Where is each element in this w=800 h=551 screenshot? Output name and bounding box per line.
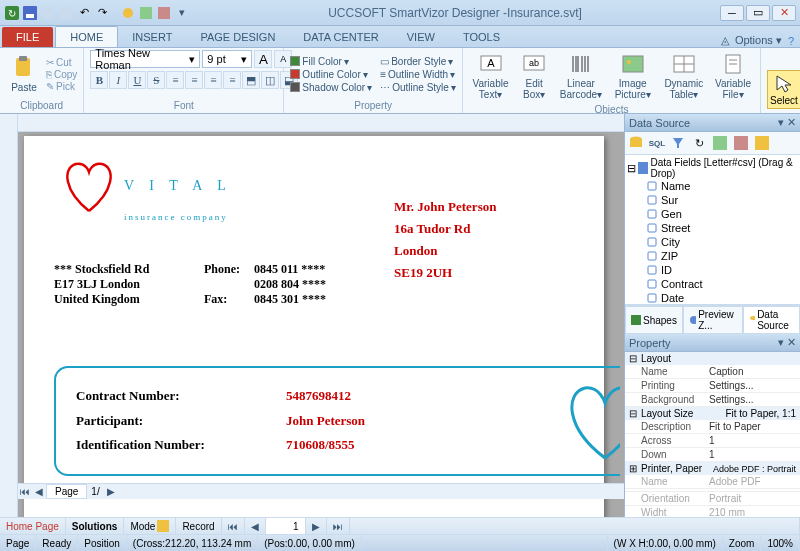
tree-item[interactable]: Date — [627, 291, 798, 305]
tree-item[interactable]: ZIP — [627, 249, 798, 263]
linear-barcode-button[interactable]: Linear Barcode▾ — [556, 50, 606, 102]
border-style-button[interactable]: ▭ Border Style ▾ — [380, 56, 456, 67]
filter-icon[interactable] — [669, 134, 687, 152]
tab-view[interactable]: VIEW — [393, 27, 449, 47]
edit-box-button[interactable]: abEdit Box▾ — [516, 50, 552, 102]
sql-icon[interactable]: SQL — [648, 134, 666, 152]
prev-page-button[interactable]: ◀ — [32, 486, 46, 497]
status-zoom-value[interactable]: 100% — [761, 535, 800, 551]
outline-color-button[interactable]: Outline Color ▾ — [290, 69, 372, 80]
tree-item[interactable]: Gen — [627, 207, 798, 221]
property-row[interactable]: Widht210 mm — [625, 506, 800, 517]
close-button[interactable]: ✕ — [772, 5, 796, 21]
qat-icon[interactable] — [138, 5, 154, 21]
property-grid[interactable]: ⊟ Layout NameCaptionPrintingSettings...B… — [625, 352, 800, 517]
tree-root[interactable]: ⊟ Data Fields [Letter#csv] (Drag & Drop) — [627, 157, 798, 179]
maximize-button[interactable]: ▭ — [746, 5, 770, 21]
italic-button[interactable]: I — [109, 71, 127, 89]
grow-font-button[interactable]: A — [254, 50, 272, 68]
outline-style-button[interactable]: ⋯ Outline Style ▾ — [380, 82, 456, 93]
pick-button[interactable]: ✎ Pick — [46, 81, 77, 92]
dynamic-table-button[interactable]: Dynamic Table▾ — [660, 50, 708, 102]
qat-icon[interactable] — [40, 5, 56, 21]
variable-file-button[interactable]: Variable File▾ — [712, 50, 754, 102]
status-solutions[interactable]: Solutions — [66, 518, 125, 534]
font-size-combo[interactable]: 9 pt▾ — [202, 50, 252, 68]
tree-item[interactable]: Contract — [627, 277, 798, 291]
tab-page-design[interactable]: PAGE DESIGN — [186, 27, 289, 47]
fill-color-button[interactable]: Fill Color ▾ — [290, 56, 372, 67]
tool-icon[interactable] — [711, 134, 729, 152]
panel-menu-icon[interactable]: ▾ ✕ — [778, 116, 796, 129]
record-prev-button[interactable]: ◀ — [245, 518, 266, 534]
qat-icon[interactable] — [156, 5, 172, 21]
panel-menu-icon[interactable]: ▾ ✕ — [778, 336, 796, 349]
prop-category[interactable]: ⊟ Layout — [625, 352, 800, 365]
first-page-button[interactable]: ⏮ — [18, 486, 32, 497]
underline-button[interactable]: U — [128, 71, 146, 89]
tool-icon[interactable] — [732, 134, 750, 152]
variable-text-button[interactable]: AVariable Text▾ — [469, 50, 512, 102]
tab-insert[interactable]: INSERT — [118, 27, 186, 47]
property-row[interactable]: BackgroundSettings... — [625, 393, 800, 407]
record-first-button[interactable]: ⏮ — [222, 518, 245, 534]
tab-datasource[interactable]: Data Source — [743, 306, 801, 334]
prop-category[interactable]: ⊟ Layout SizeFit to Paper, 1:1 — [625, 407, 800, 420]
bold-button[interactable]: B — [90, 71, 108, 89]
tab-data-center[interactable]: DATA CENTER — [289, 27, 392, 47]
tree-item[interactable]: ID — [627, 263, 798, 277]
redo-icon[interactable]: ↷ — [94, 5, 110, 21]
property-row[interactable]: OrientationPortrait — [625, 492, 800, 506]
property-row[interactable]: Down1 — [625, 448, 800, 462]
valign-mid-button[interactable]: ◫ — [261, 71, 279, 89]
paste-button[interactable]: Paste — [6, 54, 42, 95]
strike-button[interactable]: S — [147, 71, 165, 89]
tab-preview[interactable]: Preview Z... — [683, 306, 743, 334]
copy-button[interactable]: ⎘ Copy — [46, 69, 77, 80]
qat-icon[interactable] — [120, 5, 136, 21]
record-number[interactable]: 1 — [266, 518, 306, 534]
record-next-button[interactable]: ▶ — [306, 518, 327, 534]
save-icon[interactable] — [22, 5, 38, 21]
align-left-button[interactable]: ≡ — [166, 71, 184, 89]
property-row[interactable]: NameAdobe PDF — [625, 475, 800, 489]
document-page[interactable]: V I T A L insurance company Mr. John Pet… — [24, 136, 604, 517]
tree-item[interactable]: Name — [627, 179, 798, 193]
image-picture-button[interactable]: Image Picture▾ — [610, 50, 656, 102]
minimize-button[interactable]: ─ — [720, 5, 744, 21]
align-center-button[interactable]: ≡ — [185, 71, 203, 89]
tab-shapes[interactable]: Shapes — [625, 306, 683, 334]
tree-item[interactable]: City — [627, 235, 798, 249]
canvas[interactable]: V I T A L insurance company Mr. John Pet… — [18, 114, 624, 517]
align-justify-button[interactable]: ≡ — [223, 71, 241, 89]
record-last-button[interactable]: ⏭ — [327, 518, 350, 534]
status-home-page[interactable]: Home Page — [0, 518, 66, 534]
options-button[interactable]: Options ▾ — [735, 34, 782, 47]
font-name-combo[interactable]: Times New Roman▾ — [90, 50, 200, 68]
shadow-color-button[interactable]: Shadow Color ▾ — [290, 82, 372, 93]
undo-icon[interactable]: ↶ — [76, 5, 92, 21]
cut-button[interactable]: ✂ Cut — [46, 57, 77, 68]
status-mode[interactable]: Mode — [124, 518, 176, 534]
outline-width-button[interactable]: ≡ Outline Width ▾ — [380, 69, 456, 80]
db-icon[interactable] — [627, 134, 645, 152]
help-icon[interactable]: ? — [788, 35, 794, 47]
property-row[interactable]: Across1 — [625, 434, 800, 448]
property-row[interactable]: DescriptionFit to Paper — [625, 420, 800, 434]
property-row[interactable]: NameCaption — [625, 365, 800, 379]
select-button[interactable]: Select — [767, 70, 800, 109]
qat-dropdown-icon[interactable]: ▾ — [174, 5, 190, 21]
tab-home[interactable]: HOME — [55, 26, 118, 47]
next-page-button[interactable]: ▶ — [104, 486, 118, 497]
tree-item[interactable]: Sur — [627, 193, 798, 207]
valign-top-button[interactable]: ⬒ — [242, 71, 260, 89]
tree-item[interactable]: Street — [627, 221, 798, 235]
qat-icon[interactable] — [58, 5, 74, 21]
file-tab[interactable]: FILE — [2, 27, 53, 47]
prop-category[interactable]: ⊞ Printer, PaperAdobe PDF : Portrait — [625, 462, 800, 475]
tab-tools[interactable]: TOOLS — [449, 27, 514, 47]
tool-icon[interactable] — [753, 134, 771, 152]
align-right-button[interactable]: ≡ — [204, 71, 222, 89]
refresh-icon[interactable]: ↻ — [690, 134, 708, 152]
page-tab[interactable]: Page — [46, 484, 87, 499]
